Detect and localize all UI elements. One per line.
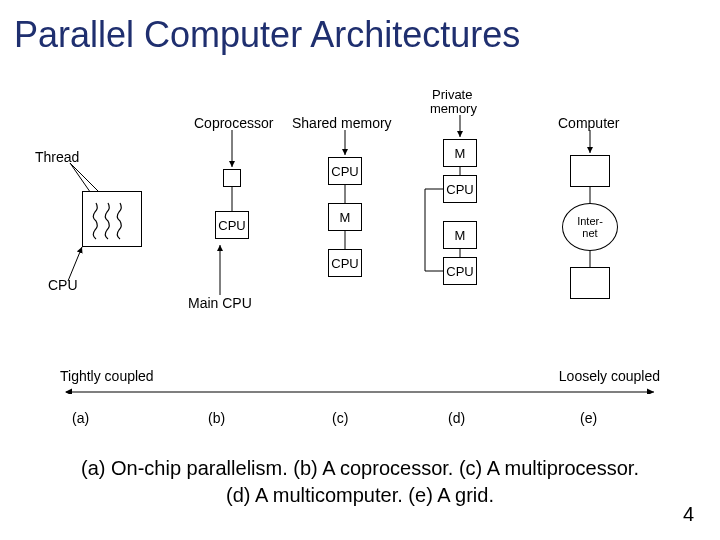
label-main-cpu: Main CPU <box>188 295 252 311</box>
axis-right-label: Loosely coupled <box>559 368 660 384</box>
label-computer: Computer <box>558 115 619 131</box>
col-a: (a) <box>72 410 89 426</box>
cpu-box-a <box>82 191 142 247</box>
label-thread: Thread <box>35 149 79 165</box>
col-b: (b) <box>208 410 225 426</box>
slide-caption: (a) On-chip parallelism. (b) A coprocess… <box>0 455 720 509</box>
m-box-c: M <box>328 203 362 231</box>
column-letters: (a) (b) (c) (d) (e) <box>60 410 660 434</box>
thread-squiggles <box>86 197 138 241</box>
label-private-memory-1: Private <box>432 87 472 102</box>
svg-line-2 <box>68 247 82 281</box>
label-shared-memory: Shared memory <box>292 115 392 131</box>
slide-title: Parallel Computer Architectures <box>0 0 720 56</box>
col-d: (d) <box>448 410 465 426</box>
caption-line-2: (d) A multicomputer. (e) A grid. <box>0 482 720 509</box>
label-cpu-a: CPU <box>48 277 78 293</box>
col-c: (c) <box>332 410 348 426</box>
computer-box-bottom <box>570 267 610 299</box>
cpu-box-c-top: CPU <box>328 157 362 185</box>
label-private-memory-2: memory <box>430 101 477 116</box>
architecture-diagram: Thread CPU Coprocessor CPU Main CPU Shar… <box>60 95 660 375</box>
page-number: 4 <box>683 503 694 526</box>
computer-box-top <box>570 155 610 187</box>
coprocessor-box <box>223 169 241 187</box>
cpu-box-b: CPU <box>215 211 249 239</box>
cpu-box-c-bottom: CPU <box>328 249 362 277</box>
m-box-d-top: M <box>443 139 477 167</box>
cpu-box-d-top: CPU <box>443 175 477 203</box>
caption-line-1: (a) On-chip parallelism. (b) A coprocess… <box>0 455 720 482</box>
cpu-box-d-bottom: CPU <box>443 257 477 285</box>
m-box-d-bottom: M <box>443 221 477 249</box>
label-coprocessor: Coprocessor <box>194 115 273 131</box>
coupling-axis: Tightly coupled Loosely coupled <box>60 370 660 410</box>
internet-ellipse: Inter-net <box>562 203 618 251</box>
axis-left-label: Tightly coupled <box>60 368 154 384</box>
col-e: (e) <box>580 410 597 426</box>
